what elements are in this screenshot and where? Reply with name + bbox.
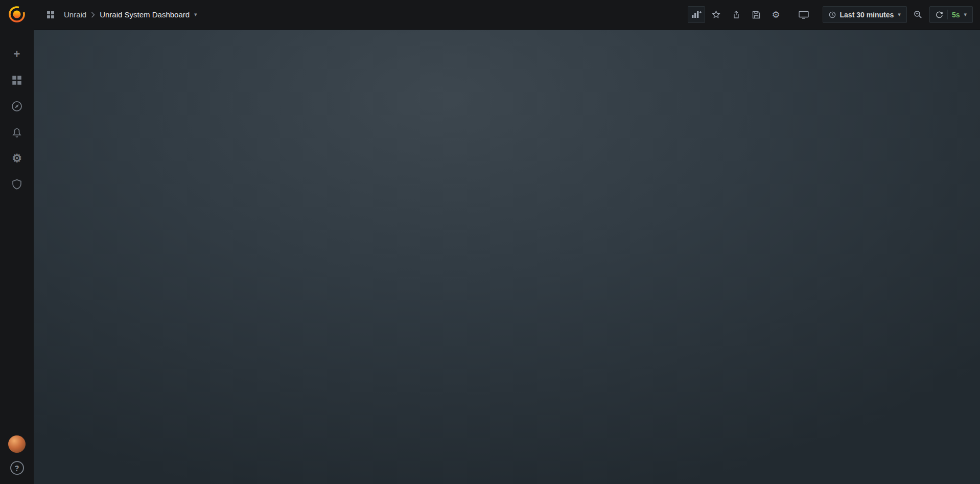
refresh-picker[interactable]: 5s ▾ bbox=[929, 6, 973, 23]
add-icon[interactable]: + bbox=[11, 48, 23, 60]
dashboard-canvas: kWh Price 0.65 ▾ Currency kr ▾ UPS Max O… bbox=[34, 30, 50, 37]
explore-compass-icon[interactable] bbox=[11, 100, 23, 112]
sidebar: + ⚙ ? bbox=[0, 0, 34, 484]
main-area: Unraid Unraid System Dashboard ▾ bbox=[34, 0, 980, 484]
dashboards-icon[interactable] bbox=[11, 74, 23, 86]
refresh-interval-label[interactable]: 5s bbox=[952, 11, 960, 19]
server-admin-shield-icon[interactable] bbox=[11, 178, 23, 191]
help-icon[interactable]: ? bbox=[10, 461, 24, 475]
clock-icon bbox=[829, 11, 836, 18]
refresh-icon[interactable] bbox=[936, 11, 943, 18]
alerting-bell-icon[interactable] bbox=[11, 126, 23, 139]
caret-down-icon[interactable]: ▾ bbox=[194, 11, 197, 18]
share-dashboard-button[interactable] bbox=[728, 6, 745, 23]
top-navbar: Unraid Unraid System Dashboard ▾ bbox=[34, 0, 980, 30]
dashboard-title[interactable]: Unraid System Dashboard bbox=[100, 10, 190, 19]
caret-down-icon: ▾ bbox=[964, 11, 967, 18]
time-range-picker[interactable]: Last 30 minutes ▾ bbox=[823, 6, 907, 23]
time-range-label: Last 30 minutes bbox=[840, 11, 894, 19]
cycle-view-monitor-icon[interactable] bbox=[795, 6, 812, 23]
save-dashboard-button[interactable] bbox=[748, 6, 765, 23]
navbar-actions: ⚙ Last 30 minutes ▾ bbox=[688, 6, 973, 23]
zoom-out-icon[interactable] bbox=[909, 6, 927, 23]
breadcrumb: Unraid Unraid System Dashboard ▾ bbox=[42, 6, 197, 23]
caret-down-icon: ▾ bbox=[898, 11, 901, 18]
dashboard-settings-gear-icon[interactable]: ⚙ bbox=[767, 6, 785, 23]
breadcrumb-app[interactable]: Unraid bbox=[64, 10, 86, 19]
apps-grid-icon[interactable] bbox=[42, 6, 59, 23]
grafana-logo-icon[interactable] bbox=[7, 5, 27, 26]
chevron-right-icon bbox=[91, 12, 95, 18]
grafana-app: + ⚙ ? Unr bbox=[0, 0, 980, 484]
user-avatar[interactable] bbox=[8, 435, 26, 453]
star-dashboard-button[interactable] bbox=[708, 6, 725, 23]
add-panel-button[interactable] bbox=[688, 6, 705, 23]
configuration-gear-icon[interactable]: ⚙ bbox=[11, 152, 23, 165]
